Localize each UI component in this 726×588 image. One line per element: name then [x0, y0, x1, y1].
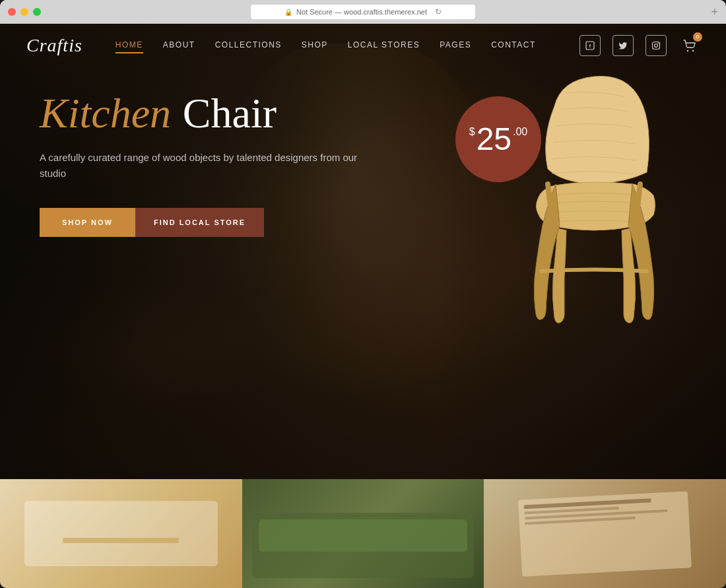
- hero-subtitle: A carefully curated range of wood object…: [40, 150, 370, 181]
- nav-local-stores[interactable]: LOCAL STORES: [348, 38, 420, 53]
- url-text: Not Secure — wood.craftis.themerex.net: [296, 8, 427, 16]
- hero-title-colored: Kitchen: [40, 90, 171, 137]
- website-frame: Craftis HOME ABOUT COLLECTIONS SHOP LOCA…: [0, 24, 726, 588]
- preview-inner-1: [0, 479, 242, 588]
- maximize-button[interactable]: [33, 8, 41, 16]
- hero-content: Kitchen Chair A carefully curated range …: [40, 90, 370, 237]
- close-button[interactable]: [8, 8, 16, 16]
- nav-about[interactable]: ABOUT: [163, 38, 195, 53]
- cart-button[interactable]: 0: [678, 35, 700, 56]
- preview-card-2[interactable]: [242, 479, 484, 588]
- preview-card-3[interactable]: [484, 479, 726, 588]
- preview-card-1[interactable]: [0, 479, 242, 588]
- hero-buttons: SHOP NOW FIND LOCAL STORE: [40, 208, 370, 237]
- find-local-store-button[interactable]: FIND LOCAL STORE: [135, 208, 264, 237]
- nav-home[interactable]: HOME: [116, 38, 143, 53]
- refresh-icon[interactable]: ↻: [435, 7, 442, 16]
- preview-inner-3: [484, 479, 726, 588]
- hero-title: Kitchen Chair: [40, 90, 370, 137]
- shop-now-button[interactable]: SHOP NOW: [40, 208, 135, 237]
- url-bar[interactable]: 🔒 Not Secure — wood.craftis.themerex.net…: [251, 5, 475, 19]
- svg-text:f: f: [589, 43, 591, 49]
- new-tab-button[interactable]: +: [711, 5, 718, 19]
- svg-point-4: [658, 42, 659, 43]
- lock-icon: 🔒: [284, 9, 292, 16]
- cart-count: 0: [693, 32, 702, 42]
- hero-title-white: Chair: [183, 90, 277, 137]
- bottom-previews: [0, 479, 726, 588]
- svg-point-6: [692, 49, 694, 51]
- nav-pages[interactable]: PAGES: [440, 38, 471, 53]
- facebook-icon[interactable]: f: [579, 35, 601, 56]
- instagram-icon[interactable]: [645, 35, 667, 56]
- svg-point-5: [687, 49, 688, 51]
- nav-links: HOME ABOUT COLLECTIONS SHOP LOCAL STORES…: [116, 38, 579, 53]
- nav-contact[interactable]: CONTACT: [491, 38, 536, 53]
- nav-icons: f: [579, 35, 700, 56]
- twitter-icon[interactable]: [612, 35, 634, 56]
- navbar: Craftis HOME ABOUT COLLECTIONS SHOP LOCA…: [0, 24, 726, 67]
- mac-window-buttons: [8, 8, 41, 16]
- mac-titlebar: 🔒 Not Secure — wood.craftis.themerex.net…: [0, 0, 726, 24]
- site-logo[interactable]: Craftis: [26, 35, 82, 56]
- nav-collections[interactable]: COLLECTIONS: [215, 38, 282, 53]
- price-dollar-sign: $: [469, 126, 475, 138]
- minimize-button[interactable]: [20, 8, 28, 16]
- preview-inner-2: [242, 479, 484, 588]
- chair-illustration: [502, 67, 686, 344]
- nav-shop[interactable]: SHOP: [302, 38, 328, 53]
- mac-window: 🔒 Not Secure — wood.craftis.themerex.net…: [0, 0, 726, 588]
- svg-point-3: [655, 44, 658, 47]
